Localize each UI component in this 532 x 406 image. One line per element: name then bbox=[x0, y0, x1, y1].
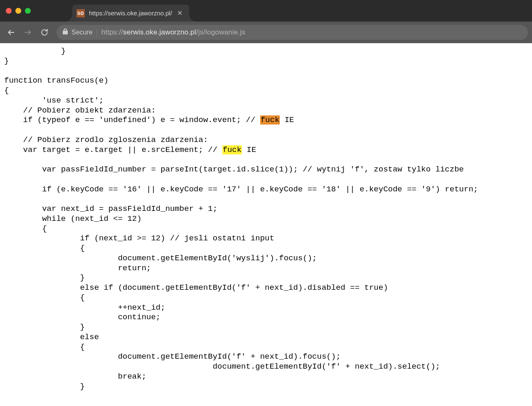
reload-icon bbox=[40, 28, 49, 37]
code-block: } } function transFocus(e) { 'use strict… bbox=[4, 46, 528, 391]
close-window-button[interactable] bbox=[6, 8, 12, 14]
url-text: https://serwis.oke.jaworzno.pl/js/logowa… bbox=[101, 28, 246, 37]
traffic-lights bbox=[6, 8, 31, 14]
secure-label: Secure bbox=[71, 29, 93, 36]
lock-icon bbox=[62, 28, 68, 37]
omnibox-divider bbox=[97, 28, 97, 37]
find-match-current: fuck bbox=[260, 115, 280, 125]
arrow-right-icon bbox=[24, 28, 32, 37]
close-tab-button[interactable]: ✕ bbox=[176, 8, 183, 18]
maximize-window-button[interactable] bbox=[25, 8, 31, 14]
minimize-window-button[interactable] bbox=[15, 8, 21, 14]
arrow-left-icon bbox=[7, 28, 15, 37]
page-content[interactable]: } } function transFocus(e) { 'use strict… bbox=[0, 43, 532, 406]
window-titlebar: SD https://serwis.oke.jaworzno.pl/ ✕ bbox=[0, 0, 532, 22]
browser-tab[interactable]: SD https://serwis.oke.jaworzno.pl/ ✕ bbox=[72, 5, 189, 22]
address-bar[interactable]: Secure https://serwis.oke.jaworzno.pl/js… bbox=[57, 25, 528, 40]
site-security-chip[interactable]: Secure bbox=[62, 28, 93, 37]
forward-button[interactable] bbox=[21, 25, 35, 39]
tab-favicon: SD bbox=[76, 9, 85, 17]
browser-toolbar: Secure https://serwis.oke.jaworzno.pl/js… bbox=[0, 22, 532, 43]
reload-button[interactable] bbox=[37, 25, 52, 39]
back-button[interactable] bbox=[4, 25, 18, 39]
tab-title: https://serwis.oke.jaworzno.pl/ bbox=[89, 10, 172, 17]
find-match: fuck bbox=[222, 145, 242, 154]
